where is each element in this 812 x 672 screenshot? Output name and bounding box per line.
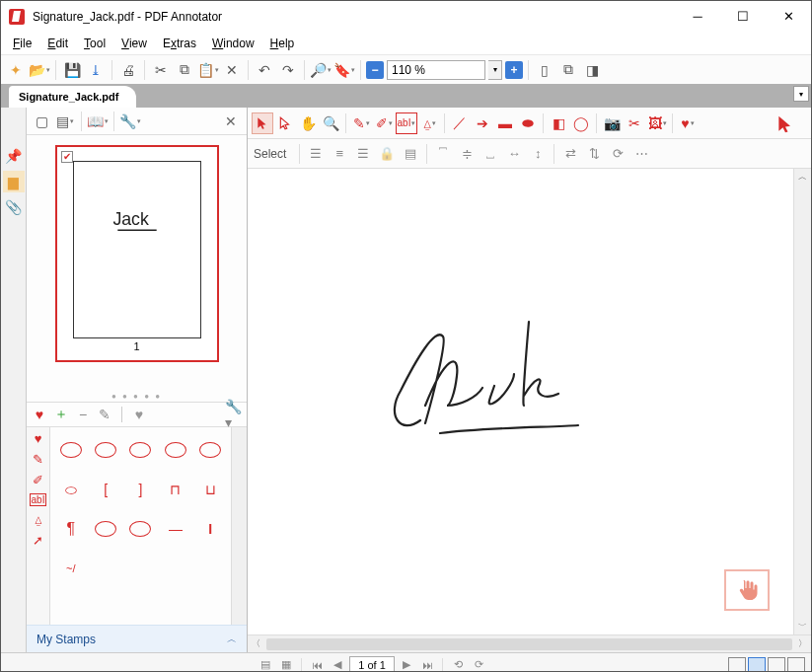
open-button[interactable]: 📂 bbox=[29, 59, 50, 81]
nav-fwd-button[interactable]: ⟳ bbox=[470, 656, 487, 673]
stamp-item[interactable] bbox=[129, 442, 151, 458]
page-thumbnail[interactable]: ✔ Jack 1 bbox=[55, 145, 219, 362]
view-two-cont[interactable] bbox=[787, 657, 805, 673]
print-button[interactable]: 🖨 bbox=[117, 59, 139, 81]
lasso-tool[interactable]: ◯ bbox=[570, 112, 592, 134]
document-tab[interactable]: Signature_Jack.pdf bbox=[9, 86, 136, 108]
menu-extras[interactable]: Extras bbox=[157, 35, 202, 52]
distrib-h-icon[interactable]: ↔ bbox=[503, 143, 525, 165]
nav-back-button[interactable]: ⟲ bbox=[449, 656, 467, 673]
stamp-item[interactable]: — bbox=[159, 510, 191, 548]
clip-icon[interactable]: 📎 bbox=[3, 196, 25, 218]
align-left-icon[interactable]: ☰ bbox=[305, 143, 327, 165]
text-tool[interactable]: abI bbox=[396, 112, 417, 134]
menu-file[interactable]: File bbox=[7, 35, 37, 52]
find-button[interactable]: 🔎 bbox=[310, 59, 332, 81]
layer-icon[interactable]: ▤ bbox=[400, 143, 421, 165]
view-two-up[interactable] bbox=[768, 657, 785, 673]
new-doc-button[interactable]: ✦ bbox=[5, 59, 27, 81]
page-options-icon[interactable]: ▤ bbox=[54, 111, 76, 132]
zoom-tool[interactable]: 🔍 bbox=[320, 112, 341, 134]
remove-stamp-icon[interactable]: − bbox=[74, 406, 92, 423]
heart-category-icon[interactable]: ♥ bbox=[35, 431, 42, 446]
stamp-item[interactable]: ] bbox=[124, 471, 157, 508]
delete-button[interactable]: ✕ bbox=[221, 59, 243, 81]
undo-button[interactable]: ↶ bbox=[254, 59, 275, 81]
stamp-item[interactable] bbox=[95, 521, 116, 537]
zoom-dropdown[interactable]: ▾ bbox=[488, 60, 502, 80]
fullscreen-button[interactable]: ◨ bbox=[581, 59, 603, 81]
menu-help[interactable]: Help bbox=[264, 35, 301, 52]
book-view-icon[interactable]: 📖 bbox=[87, 111, 109, 132]
bookmarks-button[interactable]: 🔖 bbox=[333, 59, 355, 81]
line-tool[interactable]: ／ bbox=[449, 112, 471, 134]
zoom-out-button[interactable]: − bbox=[366, 61, 384, 79]
view-single[interactable] bbox=[728, 657, 746, 673]
distrib-v-icon[interactable]: ↕ bbox=[527, 143, 549, 165]
favorite-gray-icon[interactable]: ♥ bbox=[130, 406, 148, 423]
last-page-button[interactable]: ⏭ bbox=[418, 656, 436, 673]
document-canvas[interactable] bbox=[248, 169, 793, 635]
thumbnail-checkbox[interactable]: ✔ bbox=[61, 151, 73, 163]
select-text-tool[interactable] bbox=[274, 112, 296, 134]
favorite-icon[interactable]: ♥ bbox=[31, 406, 48, 423]
rotate-icon[interactable]: ⟳ bbox=[607, 143, 628, 165]
align-right-icon[interactable]: ☰ bbox=[352, 143, 374, 165]
page-b-icon[interactable]: ▦ bbox=[277, 656, 295, 673]
page-number-input[interactable] bbox=[349, 656, 395, 673]
notes-icon[interactable]: ▆ bbox=[3, 171, 25, 192]
redo-button[interactable]: ↷ bbox=[277, 59, 299, 81]
close-button[interactable]: ✕ bbox=[766, 2, 811, 32]
stamp-item[interactable]: ⊔ bbox=[194, 471, 227, 508]
image-tool[interactable]: 🖼 bbox=[646, 112, 668, 134]
align-mid-icon[interactable]: ≑ bbox=[456, 143, 478, 165]
menu-edit[interactable]: Edit bbox=[41, 35, 74, 52]
stamp-settings-icon[interactable]: 🔧▾ bbox=[225, 406, 243, 423]
menu-view[interactable]: View bbox=[115, 35, 153, 52]
new-page-icon[interactable]: ▢ bbox=[31, 111, 52, 132]
add-stamp-icon[interactable]: ＋ bbox=[52, 406, 70, 423]
zoom-in-button[interactable]: + bbox=[505, 61, 523, 79]
export-button[interactable]: ⤓ bbox=[85, 59, 107, 81]
menu-window[interactable]: Window bbox=[206, 35, 260, 52]
touch-mode-button[interactable] bbox=[724, 569, 770, 611]
pen-tool[interactable]: ✎ bbox=[350, 112, 372, 134]
arrow-category-icon[interactable]: ➚ bbox=[33, 533, 43, 548]
minimize-button[interactable]: ─ bbox=[675, 2, 720, 32]
page-a-icon[interactable]: ▤ bbox=[257, 656, 274, 673]
arrow-tool[interactable]: ➔ bbox=[472, 112, 493, 134]
stamp-item[interactable]: ¶ bbox=[54, 510, 87, 548]
stamp-item[interactable]: [ bbox=[89, 471, 121, 508]
stamp-item[interactable] bbox=[165, 442, 186, 458]
sidebar-close-button[interactable]: ✕ bbox=[219, 113, 243, 129]
double-page-button[interactable]: ⧉ bbox=[557, 59, 579, 81]
view-continuous[interactable] bbox=[748, 657, 766, 673]
stamp-item[interactable] bbox=[95, 442, 116, 458]
splitter-grip[interactable]: ● ● ● ● ● bbox=[27, 392, 247, 402]
pen-category-icon[interactable]: ✎ bbox=[33, 452, 43, 467]
pan-tool[interactable]: ✋ bbox=[297, 112, 319, 134]
pin-icon[interactable]: 📌 bbox=[3, 145, 25, 167]
copy-button[interactable]: ⧉ bbox=[174, 59, 195, 81]
horizontal-scrollbar[interactable]: 〈〉 bbox=[248, 635, 811, 652]
stamp-item[interactable]: ~/ bbox=[54, 550, 87, 587]
stamp-scrollbar[interactable] bbox=[231, 427, 247, 625]
paste-button[interactable]: 📋 bbox=[197, 59, 219, 81]
flip-v-icon[interactable]: ⇅ bbox=[583, 143, 605, 165]
menu-tool[interactable]: Tool bbox=[78, 35, 111, 52]
align-center-icon[interactable]: ≡ bbox=[329, 143, 350, 165]
stamp-item[interactable]: ⬭ bbox=[54, 471, 87, 508]
text-category-icon[interactable]: abI bbox=[30, 493, 47, 506]
snapshot-tool[interactable]: 📷 bbox=[601, 112, 623, 134]
save-button[interactable]: 💾 bbox=[61, 59, 83, 81]
crop-tool[interactable]: ✂ bbox=[624, 112, 645, 134]
flip-h-icon[interactable]: ⇄ bbox=[559, 143, 581, 165]
single-page-button[interactable]: ▯ bbox=[534, 59, 555, 81]
more-icon[interactable]: ⋯ bbox=[630, 143, 652, 165]
first-page-button[interactable]: ⏮ bbox=[308, 656, 326, 673]
edit-stamp-icon[interactable]: ✎ bbox=[96, 406, 113, 423]
marker-category-icon[interactable]: ✐ bbox=[33, 473, 43, 487]
stamp-item[interactable]: ⊓ bbox=[159, 471, 191, 508]
stamp-item[interactable] bbox=[60, 442, 82, 458]
cut-button[interactable]: ✂ bbox=[150, 59, 172, 81]
